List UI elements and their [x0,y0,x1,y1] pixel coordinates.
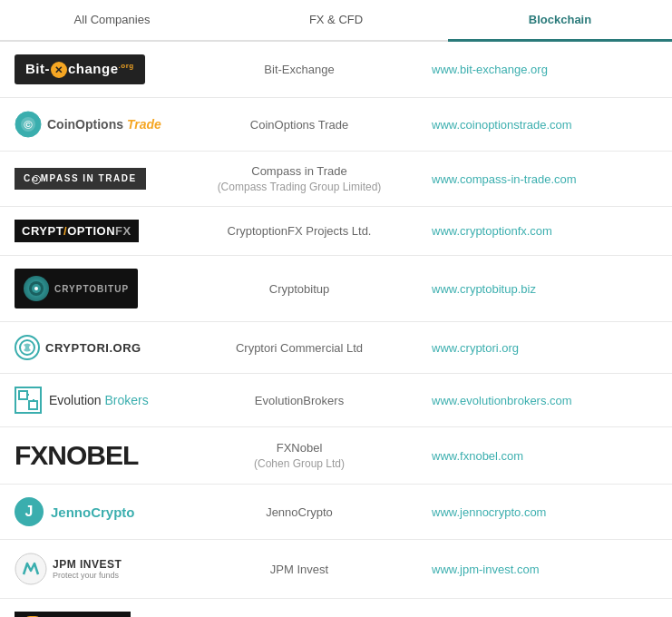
slash-icon: / [63,224,67,238]
company-name: JPM Invest [181,540,417,599]
jenno-logo: J JennoCrypto [15,497,167,526]
tab-blockchain[interactable]: Blockchain [448,0,672,42]
table-row: COMPASS IN TRADE Compass in Trade (Compa… [0,152,672,207]
company-name: EvolutionBrokers [181,374,417,427]
company-url[interactable]: www.cryptori.org [417,322,672,374]
evolution-icon [15,387,42,414]
logo-cell: © CoinOptions Trade [0,98,181,152]
companies-table: Bit-✕change.org Bit-Exchange www.bit-exc… [0,42,672,617]
company-url[interactable]: www.coinoptionstrade.com [417,98,672,152]
compass-o: O [32,175,41,184]
jpm-text-block: JPM INVEST Protect your funds [53,558,122,580]
logo-cell: OPTIONPLOT [0,599,181,618]
company-name: FXNobel (Cohen Group Ltd) [181,427,417,485]
company-url[interactable]: www.compass-in-trade.com [417,152,672,207]
company-url[interactable]: www.optionplot.com [417,599,672,618]
jpm-icon [15,553,47,585]
cryptobitup-text: CRYPTOBITUP [54,284,129,294]
fx-label: FX [115,224,131,238]
svg-rect-8 [29,401,37,409]
table-row: CRYPTORI.ORG Cryptori Commercial Ltd www… [0,322,672,374]
table-row: FXNOBEL FXNobel (Cohen Group Ltd) www.fx… [0,427,672,485]
table-row: CRYPTOBITUP Cryptobitup www.cryptobitup.… [0,256,672,322]
logo-cell: JPM INVEST Protect your funds [0,540,181,599]
compass-logo: COMPASS IN TRADE [15,168,146,190]
cryptobitup-icon [24,276,49,301]
company-url[interactable]: www.fxnobel.com [417,427,672,485]
cryptobitup-logo: CRYPTOBITUP [15,269,138,308]
table-row: J JennoCrypto JennoCrypto www.jennocrypt… [0,485,672,540]
company-name: JennoCrypto [181,485,417,540]
main-container: All Companies FX & CFD Blockchain Bit-✕c… [0,0,672,617]
company-name: Cryptori Commercial Ltd [181,322,417,374]
cryptori-icon [15,335,40,360]
table-row: © CoinOptions Trade CoinOptions Trade ww… [0,98,672,152]
company-name: CoinOptions Trade [181,98,417,152]
jpm-logo: JPM INVEST Protect your funds [15,553,167,585]
svg-point-5 [34,287,38,290]
company-name: CryptoptionFX Projects Ltd. [181,207,417,256]
jpm-sub-text: Protect your funds [53,571,122,580]
tab-bar: All Companies FX & CFD Blockchain [0,0,672,42]
table-row: Evolution Brokers EvolutionBrokers www.e… [0,374,672,427]
cryptori-text: CRYPTORI.ORG [45,341,141,355]
bit-exchange-logo: Bit-✕change.org [15,54,145,84]
logo-cell: CRYPTOBITUP [0,256,181,322]
evolution-logo: Evolution Brokers [15,387,167,414]
jenno-icon: J [15,497,44,526]
jpm-main-text: JPM INVEST [53,558,122,571]
coinoptions-text: CoinOptions Trade [47,117,161,132]
logo-cell: FXNOBEL [0,427,181,485]
table-row: Bit-✕change.org Bit-Exchange www.bit-exc… [0,42,672,98]
evolution-text: Evolution Brokers [49,393,149,407]
company-url[interactable]: www.cryptobitup.biz [417,256,672,322]
table-row: CRYPT/OPTIONFX CryptoptionFX Projects Lt… [0,207,672,256]
company-url[interactable]: www.jennocrypto.com [417,485,672,540]
logo-cell: Evolution Brokers [0,374,181,427]
table-row: OPTIONPLOT Optionplot www.optionplot.com [0,599,672,618]
org-label: .org [119,62,134,70]
company-name: Compass in Trade (Compass Trading Group … [181,152,417,207]
brokers-text: Brokers [104,393,148,407]
logo-cell: CRYPTORI.ORG [0,322,181,374]
logo-cell: COMPASS IN TRADE [0,152,181,207]
optionplot-logo: OPTIONPLOT [15,612,131,617]
company-url[interactable]: www.cryptoptionfx.com [417,207,672,256]
fxnobel-logo: FXNOBEL [15,440,167,471]
coinoptions-logo: © CoinOptions Trade [15,111,167,138]
svg-rect-7 [19,391,27,399]
company-url[interactable]: www.bit-exchange.org [417,42,672,98]
cryptori-logo: CRYPTORI.ORG [15,335,167,360]
coinoptions-icon: © [15,111,42,138]
x-icon: ✕ [51,62,67,78]
company-name: Bit-Exchange [181,42,417,98]
table-row: JPM INVEST Protect your funds JPM Invest… [0,540,672,599]
company-url[interactable]: www.jpm-invest.com [417,540,672,599]
logo-cell: Bit-✕change.org [0,42,181,98]
tab-all-companies[interactable]: All Companies [0,0,224,42]
jenno-text: JennoCrypto [51,504,135,520]
logo-cell: CRYPT/OPTIONFX [0,207,181,256]
company-name: Cryptobitup [181,256,417,322]
company-name: Optionplot [181,599,417,618]
company-url[interactable]: www.evolutionbrokers.com [417,374,672,427]
logo-cell: J JennoCrypto [0,485,181,540]
tab-fx-cfd[interactable]: FX & CFD [224,0,448,42]
svg-text:©: © [24,118,33,132]
cryptoption-logo: CRYPT/OPTIONFX [15,220,139,242]
